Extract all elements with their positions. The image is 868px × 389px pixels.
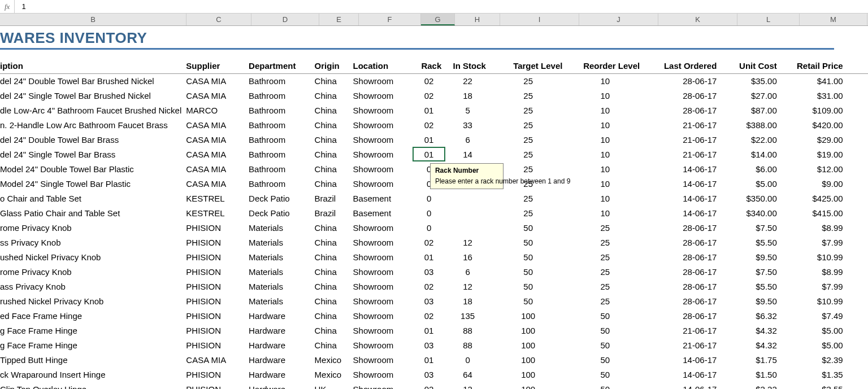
cell[interactable]: 02	[413, 382, 446, 389]
cell[interactable]: 50	[491, 294, 567, 309]
cell[interactable]: 100	[491, 353, 567, 368]
cell[interactable]: China	[315, 235, 353, 250]
cell[interactable]: Showroom	[353, 147, 413, 162]
cell[interactable]: China	[315, 133, 353, 147]
cell[interactable]: $12.00	[782, 162, 848, 177]
cell[interactable]	[446, 221, 491, 235]
cell[interactable]: $10.99	[782, 294, 848, 309]
cell[interactable]: CASA MIA	[186, 133, 249, 147]
cell[interactable]: PHISION	[186, 294, 249, 309]
cell[interactable]: Showroom	[353, 235, 413, 250]
cell[interactable]: ss Privacy Knob	[0, 235, 186, 250]
cell[interactable]: 22	[446, 74, 491, 89]
cell[interactable]: PHISION	[186, 368, 249, 382]
cell[interactable]: Tipped Butt Hinge	[0, 353, 186, 368]
cell[interactable]: Showroom	[353, 221, 413, 235]
cell[interactable]	[848, 368, 868, 382]
cell[interactable]: ck Wraparound Insert Hinge	[0, 368, 186, 382]
cell[interactable]: PHISION	[186, 235, 249, 250]
cell[interactable]: 14-06-17	[644, 353, 721, 368]
cell[interactable]: 100	[491, 309, 567, 324]
cell[interactable]: 50	[491, 235, 567, 250]
cell[interactable]: $8.99	[782, 221, 848, 235]
cell[interactable]: Showroom	[353, 133, 413, 147]
cell[interactable]: 50	[491, 279, 567, 294]
cell[interactable]: Bathroom	[249, 133, 315, 147]
cell[interactable]: 50	[491, 250, 567, 265]
cell[interactable]: 03	[413, 338, 446, 353]
table-header[interactable]: Origin	[315, 59, 353, 74]
cell[interactable]: 25	[491, 89, 567, 103]
table-header[interactable]	[848, 59, 868, 74]
cell[interactable]	[848, 338, 868, 353]
cell[interactable]: 03	[413, 294, 446, 309]
cell[interactable]: 50	[491, 221, 567, 235]
cell[interactable]: 10	[567, 191, 644, 206]
cell[interactable]: 01	[413, 103, 446, 118]
cell[interactable]: PHISION	[186, 279, 249, 294]
cell[interactable]: ass Privacy Knob	[0, 279, 186, 294]
table-header[interactable]: Reorder Level	[567, 59, 644, 74]
cell[interactable]: 14-06-17	[644, 206, 721, 221]
cell[interactable]: 25	[567, 235, 644, 250]
cell[interactable]: Bathroom	[249, 118, 315, 133]
cell[interactable]: China	[315, 177, 353, 191]
cell[interactable]: CASA MIA	[186, 89, 249, 103]
cell[interactable]: 25	[491, 133, 567, 147]
table-header[interactable]: Unit Cost	[721, 59, 781, 74]
cell[interactable]: 18	[446, 294, 491, 309]
cell[interactable]: $7.99	[782, 235, 848, 250]
cell[interactable]: Showroom	[353, 177, 413, 191]
cell[interactable]: 14-06-17	[644, 162, 721, 177]
cell[interactable]: 10	[567, 118, 644, 133]
cell[interactable]: 01	[413, 353, 446, 368]
cell[interactable]: 50	[491, 265, 567, 279]
cell[interactable]: 25	[567, 294, 644, 309]
cell[interactable]: $6.00	[721, 162, 781, 177]
cell[interactable]: 01	[413, 324, 446, 338]
cell[interactable]: Basement	[353, 191, 413, 206]
table-header[interactable]: In Stock	[446, 59, 491, 74]
cell[interactable]: 14	[446, 147, 491, 162]
cell[interactable]: Materials	[249, 279, 315, 294]
cell[interactable]: $10.99	[782, 250, 848, 265]
cell[interactable]: 25	[491, 118, 567, 133]
cell[interactable]: 6	[446, 265, 491, 279]
cell[interactable]: Brazil	[315, 191, 353, 206]
cell[interactable]: 10	[567, 74, 644, 89]
cell[interactable]	[848, 279, 868, 294]
cell[interactable]: Showroom	[353, 118, 413, 133]
cell[interactable]: $340.00	[721, 206, 781, 221]
cell[interactable]: 25	[491, 74, 567, 89]
cell[interactable]	[848, 324, 868, 338]
cell[interactable]: $425.00	[782, 191, 848, 206]
cell[interactable]: $8.99	[782, 265, 848, 279]
cell[interactable]: PHISION	[186, 221, 249, 235]
cell[interactable]: $5.50	[721, 235, 781, 250]
cell[interactable]: China	[315, 338, 353, 353]
cell[interactable]: g Face Frame Hinge	[0, 338, 186, 353]
cell[interactable]: Showroom	[353, 294, 413, 309]
cell[interactable]: $29.00	[782, 133, 848, 147]
cell[interactable]: 25	[567, 221, 644, 235]
cell[interactable]: Bathroom	[249, 74, 315, 89]
cell[interactable]: Materials	[249, 294, 315, 309]
cell[interactable]: $7.49	[782, 309, 848, 324]
cell[interactable]: $420.00	[782, 118, 848, 133]
cell[interactable]: Basement	[353, 206, 413, 221]
table-header[interactable]: Location	[353, 59, 413, 74]
cell[interactable]: 12	[446, 382, 491, 389]
cell[interactable]: $4.32	[721, 324, 781, 338]
cell[interactable]: 02	[413, 74, 446, 89]
cell[interactable]: 10	[567, 162, 644, 177]
cell[interactable]: 14-06-17	[644, 177, 721, 191]
cell[interactable]: China	[315, 265, 353, 279]
cell[interactable]: Hardware	[249, 353, 315, 368]
cell[interactable]: 0	[446, 353, 491, 368]
cell[interactable]: China	[315, 147, 353, 162]
cell[interactable]: PHISION	[186, 309, 249, 324]
cell[interactable]: $7.50	[721, 265, 781, 279]
cell[interactable]: 50	[567, 309, 644, 324]
cell[interactable]: n. 2-Handle Low Arc Bathroom Faucet Bras…	[0, 118, 186, 133]
cell[interactable]: CASA MIA	[186, 177, 249, 191]
